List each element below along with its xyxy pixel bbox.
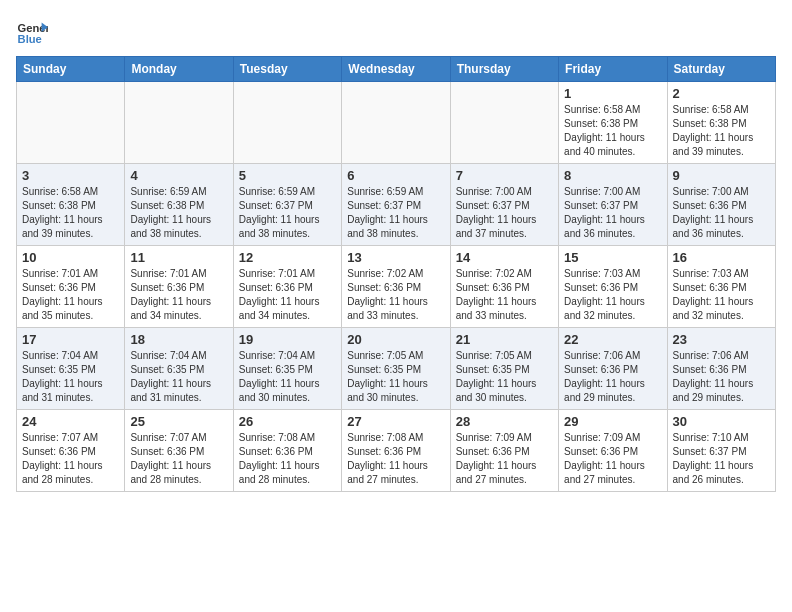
day-info: Sunrise: 7:01 AM Sunset: 6:36 PM Dayligh… bbox=[130, 267, 227, 323]
calendar-cell: 29Sunrise: 7:09 AM Sunset: 6:36 PM Dayli… bbox=[559, 410, 667, 492]
page-header: General Blue bbox=[16, 16, 776, 48]
day-number: 18 bbox=[130, 332, 227, 347]
calendar-cell: 1Sunrise: 6:58 AM Sunset: 6:38 PM Daylig… bbox=[559, 82, 667, 164]
calendar-week-row: 1Sunrise: 6:58 AM Sunset: 6:38 PM Daylig… bbox=[17, 82, 776, 164]
day-number: 5 bbox=[239, 168, 336, 183]
calendar-cell: 8Sunrise: 7:00 AM Sunset: 6:37 PM Daylig… bbox=[559, 164, 667, 246]
calendar-week-row: 3Sunrise: 6:58 AM Sunset: 6:38 PM Daylig… bbox=[17, 164, 776, 246]
calendar-cell: 22Sunrise: 7:06 AM Sunset: 6:36 PM Dayli… bbox=[559, 328, 667, 410]
calendar-cell: 27Sunrise: 7:08 AM Sunset: 6:36 PM Dayli… bbox=[342, 410, 450, 492]
day-number: 19 bbox=[239, 332, 336, 347]
day-info: Sunrise: 7:05 AM Sunset: 6:35 PM Dayligh… bbox=[456, 349, 553, 405]
day-number: 26 bbox=[239, 414, 336, 429]
calendar-week-row: 17Sunrise: 7:04 AM Sunset: 6:35 PM Dayli… bbox=[17, 328, 776, 410]
day-number: 3 bbox=[22, 168, 119, 183]
calendar-cell: 11Sunrise: 7:01 AM Sunset: 6:36 PM Dayli… bbox=[125, 246, 233, 328]
day-info: Sunrise: 7:01 AM Sunset: 6:36 PM Dayligh… bbox=[239, 267, 336, 323]
calendar-cell bbox=[450, 82, 558, 164]
logo-icon: General Blue bbox=[16, 16, 48, 48]
day-number: 25 bbox=[130, 414, 227, 429]
calendar-cell: 12Sunrise: 7:01 AM Sunset: 6:36 PM Dayli… bbox=[233, 246, 341, 328]
calendar-cell bbox=[125, 82, 233, 164]
calendar-cell: 23Sunrise: 7:06 AM Sunset: 6:36 PM Dayli… bbox=[667, 328, 775, 410]
calendar-cell bbox=[17, 82, 125, 164]
calendar-week-row: 10Sunrise: 7:01 AM Sunset: 6:36 PM Dayli… bbox=[17, 246, 776, 328]
logo: General Blue bbox=[16, 16, 48, 48]
day-info: Sunrise: 7:03 AM Sunset: 6:36 PM Dayligh… bbox=[564, 267, 661, 323]
calendar-cell: 20Sunrise: 7:05 AM Sunset: 6:35 PM Dayli… bbox=[342, 328, 450, 410]
svg-text:Blue: Blue bbox=[18, 33, 42, 45]
day-info: Sunrise: 7:05 AM Sunset: 6:35 PM Dayligh… bbox=[347, 349, 444, 405]
day-number: 28 bbox=[456, 414, 553, 429]
day-info: Sunrise: 7:04 AM Sunset: 6:35 PM Dayligh… bbox=[22, 349, 119, 405]
calendar-cell: 6Sunrise: 6:59 AM Sunset: 6:37 PM Daylig… bbox=[342, 164, 450, 246]
day-of-week-header: Tuesday bbox=[233, 57, 341, 82]
day-number: 12 bbox=[239, 250, 336, 265]
day-of-week-header: Friday bbox=[559, 57, 667, 82]
calendar-cell: 28Sunrise: 7:09 AM Sunset: 6:36 PM Dayli… bbox=[450, 410, 558, 492]
calendar-cell: 9Sunrise: 7:00 AM Sunset: 6:36 PM Daylig… bbox=[667, 164, 775, 246]
day-info: Sunrise: 7:04 AM Sunset: 6:35 PM Dayligh… bbox=[130, 349, 227, 405]
day-info: Sunrise: 6:59 AM Sunset: 6:37 PM Dayligh… bbox=[347, 185, 444, 241]
day-number: 14 bbox=[456, 250, 553, 265]
day-info: Sunrise: 7:01 AM Sunset: 6:36 PM Dayligh… bbox=[22, 267, 119, 323]
day-number: 23 bbox=[673, 332, 770, 347]
day-info: Sunrise: 7:02 AM Sunset: 6:36 PM Dayligh… bbox=[456, 267, 553, 323]
day-number: 16 bbox=[673, 250, 770, 265]
day-info: Sunrise: 7:09 AM Sunset: 6:36 PM Dayligh… bbox=[456, 431, 553, 487]
calendar-cell: 19Sunrise: 7:04 AM Sunset: 6:35 PM Dayli… bbox=[233, 328, 341, 410]
day-info: Sunrise: 7:00 AM Sunset: 6:36 PM Dayligh… bbox=[673, 185, 770, 241]
calendar-cell: 2Sunrise: 6:58 AM Sunset: 6:38 PM Daylig… bbox=[667, 82, 775, 164]
day-number: 2 bbox=[673, 86, 770, 101]
day-info: Sunrise: 7:06 AM Sunset: 6:36 PM Dayligh… bbox=[673, 349, 770, 405]
day-number: 11 bbox=[130, 250, 227, 265]
calendar-cell: 15Sunrise: 7:03 AM Sunset: 6:36 PM Dayli… bbox=[559, 246, 667, 328]
day-info: Sunrise: 7:08 AM Sunset: 6:36 PM Dayligh… bbox=[347, 431, 444, 487]
calendar-cell: 24Sunrise: 7:07 AM Sunset: 6:36 PM Dayli… bbox=[17, 410, 125, 492]
calendar-cell: 4Sunrise: 6:59 AM Sunset: 6:38 PM Daylig… bbox=[125, 164, 233, 246]
day-info: Sunrise: 6:59 AM Sunset: 6:37 PM Dayligh… bbox=[239, 185, 336, 241]
day-number: 15 bbox=[564, 250, 661, 265]
day-number: 20 bbox=[347, 332, 444, 347]
calendar-cell: 26Sunrise: 7:08 AM Sunset: 6:36 PM Dayli… bbox=[233, 410, 341, 492]
day-of-week-header: Saturday bbox=[667, 57, 775, 82]
day-of-week-header: Monday bbox=[125, 57, 233, 82]
day-number: 22 bbox=[564, 332, 661, 347]
calendar-table: SundayMondayTuesdayWednesdayThursdayFrid… bbox=[16, 56, 776, 492]
calendar-cell: 25Sunrise: 7:07 AM Sunset: 6:36 PM Dayli… bbox=[125, 410, 233, 492]
day-info: Sunrise: 7:07 AM Sunset: 6:36 PM Dayligh… bbox=[130, 431, 227, 487]
day-number: 4 bbox=[130, 168, 227, 183]
day-of-week-header: Sunday bbox=[17, 57, 125, 82]
calendar-cell: 21Sunrise: 7:05 AM Sunset: 6:35 PM Dayli… bbox=[450, 328, 558, 410]
calendar-cell: 18Sunrise: 7:04 AM Sunset: 6:35 PM Dayli… bbox=[125, 328, 233, 410]
day-of-week-header: Thursday bbox=[450, 57, 558, 82]
day-info: Sunrise: 7:04 AM Sunset: 6:35 PM Dayligh… bbox=[239, 349, 336, 405]
day-info: Sunrise: 7:00 AM Sunset: 6:37 PM Dayligh… bbox=[456, 185, 553, 241]
calendar-header-row: SundayMondayTuesdayWednesdayThursdayFrid… bbox=[17, 57, 776, 82]
day-info: Sunrise: 6:58 AM Sunset: 6:38 PM Dayligh… bbox=[22, 185, 119, 241]
day-number: 1 bbox=[564, 86, 661, 101]
calendar-cell: 5Sunrise: 6:59 AM Sunset: 6:37 PM Daylig… bbox=[233, 164, 341, 246]
day-number: 17 bbox=[22, 332, 119, 347]
day-number: 7 bbox=[456, 168, 553, 183]
calendar-cell: 13Sunrise: 7:02 AM Sunset: 6:36 PM Dayli… bbox=[342, 246, 450, 328]
day-number: 8 bbox=[564, 168, 661, 183]
calendar-cell: 7Sunrise: 7:00 AM Sunset: 6:37 PM Daylig… bbox=[450, 164, 558, 246]
day-number: 27 bbox=[347, 414, 444, 429]
day-info: Sunrise: 6:58 AM Sunset: 6:38 PM Dayligh… bbox=[564, 103, 661, 159]
day-number: 9 bbox=[673, 168, 770, 183]
day-info: Sunrise: 7:02 AM Sunset: 6:36 PM Dayligh… bbox=[347, 267, 444, 323]
day-info: Sunrise: 7:06 AM Sunset: 6:36 PM Dayligh… bbox=[564, 349, 661, 405]
day-info: Sunrise: 7:03 AM Sunset: 6:36 PM Dayligh… bbox=[673, 267, 770, 323]
calendar-cell: 30Sunrise: 7:10 AM Sunset: 6:37 PM Dayli… bbox=[667, 410, 775, 492]
calendar-cell bbox=[233, 82, 341, 164]
calendar-cell: 16Sunrise: 7:03 AM Sunset: 6:36 PM Dayli… bbox=[667, 246, 775, 328]
calendar-cell: 10Sunrise: 7:01 AM Sunset: 6:36 PM Dayli… bbox=[17, 246, 125, 328]
day-of-week-header: Wednesday bbox=[342, 57, 450, 82]
day-info: Sunrise: 7:00 AM Sunset: 6:37 PM Dayligh… bbox=[564, 185, 661, 241]
day-number: 10 bbox=[22, 250, 119, 265]
day-number: 29 bbox=[564, 414, 661, 429]
day-info: Sunrise: 7:07 AM Sunset: 6:36 PM Dayligh… bbox=[22, 431, 119, 487]
calendar-cell: 14Sunrise: 7:02 AM Sunset: 6:36 PM Dayli… bbox=[450, 246, 558, 328]
day-info: Sunrise: 7:08 AM Sunset: 6:36 PM Dayligh… bbox=[239, 431, 336, 487]
